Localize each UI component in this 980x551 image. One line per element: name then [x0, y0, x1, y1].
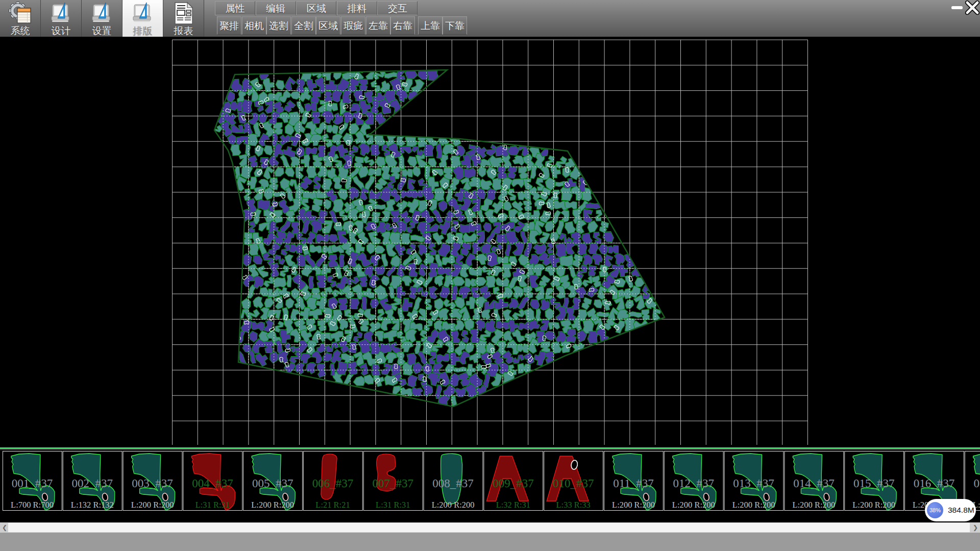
svg-text:002_#37: 002_#37 [72, 477, 113, 490]
svg-text:L:200 R:200: L:200 R:200 [251, 500, 294, 510]
svg-text:014_#37: 014_#37 [793, 477, 835, 490]
svg-text:008_#37: 008_#37 [432, 477, 474, 490]
svg-text:001_#37: 001_#37 [12, 477, 53, 490]
svg-text:011_#37: 011_#37 [613, 477, 654, 490]
svg-text:L:31 R:31: L:31 R:31 [195, 500, 230, 510]
svg-text:010_#37: 010_#37 [553, 477, 594, 490]
svg-text:017_#37: 017_#37 [974, 477, 980, 490]
svg-text:007_#37: 007_#37 [373, 477, 414, 490]
svg-text:L:31 R:31: L:31 R:31 [376, 500, 410, 510]
svg-text:L:700 R:700: L:700 R:700 [11, 500, 54, 510]
svg-text:L:200 R:200: L:200 R:200 [792, 500, 835, 510]
svg-text:013_#37: 013_#37 [733, 477, 774, 490]
svg-text:L:200 R:200: L:200 R:200 [432, 500, 475, 510]
svg-text:006_#37: 006_#37 [312, 477, 354, 490]
svg-text:L:32 R:31: L:32 R:31 [496, 500, 530, 510]
svg-text:L:33 R:33: L:33 R:33 [556, 500, 591, 510]
svg-text:L:200 R:200: L:200 R:200 [612, 500, 655, 510]
svg-text:016_#37: 016_#37 [914, 477, 955, 490]
svg-text:L:200 R:200: L:200 R:200 [131, 500, 174, 510]
svg-text:L:200 R:200: L:200 R:200 [672, 500, 715, 510]
svg-text:L:21 R:21: L:21 R:21 [315, 500, 350, 510]
svg-text:L:200 R:200: L:200 R:200 [852, 500, 895, 510]
svg-text:005_#37: 005_#37 [252, 477, 293, 490]
svg-text:004_#37: 004_#37 [192, 477, 233, 490]
svg-text:012_#37: 012_#37 [673, 477, 715, 490]
svg-text:L:200 R:200: L:200 R:200 [732, 500, 775, 510]
svg-text:003_#37: 003_#37 [132, 477, 173, 490]
svg-text:015_#37: 015_#37 [853, 477, 895, 490]
svg-text:009_#37: 009_#37 [493, 477, 534, 490]
svg-text:L:132 R:132: L:132 R:132 [71, 500, 114, 510]
